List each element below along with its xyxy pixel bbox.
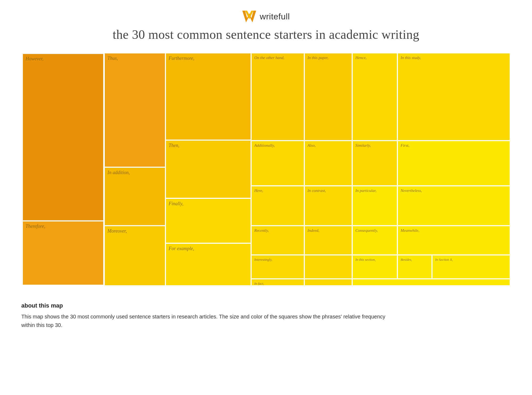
header: writefull the 30 most common sentence st… [21,11,511,42]
moreover-label: Moreover, [107,228,127,234]
cell-inthisstudy: In this study, [397,53,510,141]
inthissection-label: In this section, [355,258,376,262]
cell-infact: In fact, [251,279,304,286]
cell-then: Then, [165,140,251,198]
cell-moreover: Moreover, [104,226,165,286]
forexample-label: For example, [169,246,194,251]
right-row5: Interestingly, In this section, Besides,… [251,255,510,279]
hence-label: Hence, [355,56,367,60]
here-label: Here, [254,188,263,193]
logo-text: writefull [260,12,290,22]
about-section: about this map This map shows the 30 mos… [21,300,511,329]
cell-indeed: Indeed, [304,226,352,255]
nevertheless-label: Nevertheless, [401,188,422,193]
cell-hence: Hence, [352,53,397,141]
however-label: However, [26,56,43,62]
col-3: Furthermore, Then, Finally, For example, [165,53,251,286]
logo-row: writefull [242,11,290,22]
cell-thus: Thus, [104,53,165,167]
cell-indeed-row5 [304,255,352,279]
logo-icon [242,11,256,22]
cell-however: However, [22,53,104,221]
therefore-label: Therefore, [26,224,45,229]
additionally-label: Additionally, [254,143,275,148]
cell-inthissection: In this section, [352,255,397,279]
first-label: First, [401,143,409,148]
cell-inaddition: In addition, [104,167,165,226]
cell-row6-3 [352,279,510,286]
cell-therefore: Therefore, [22,221,104,285]
cell-similarly: Similarly, [352,141,397,186]
right-row4: Recently, Indeed, Consequently, Meanwhil… [251,226,510,255]
ontheotherhand-label: On the other hand, [254,56,284,60]
treemap: However, Therefore, Thus, In addition, M… [21,52,511,286]
interestingly-label: Interestingly, [254,258,272,262]
cell-incontrast: In contrast, [304,186,352,226]
cell-recently: Recently, [251,226,304,255]
cell-finally: Finally, [165,198,251,243]
incontrast-label: In contrast, [307,188,326,193]
cell-also: Also, [304,141,352,186]
cell-furthermore: Furthermore, [165,53,251,140]
about-title: about this map [21,302,511,309]
cell-forexample: For example, [165,243,251,286]
also-label: Also, [307,143,315,148]
cell-first: First, [397,141,510,186]
meanwhile-label: Meanwhile, [401,228,419,233]
col-right: On the other hand, In this paper, Hence,… [251,53,510,286]
cell-ontheotherhand: On the other hand, [251,53,304,141]
cell-interestingly: Interestingly, [251,255,304,279]
cell-here: Here, [251,186,304,226]
cell-row6-2 [304,279,352,286]
cell-insectionx: In Section X, [432,255,510,279]
col-2: Thus, In addition, Moreover, [104,53,165,286]
right-row3: Here, In contrast, In particular, Nevert… [251,186,510,226]
consequently-label: Consequently, [355,228,378,233]
inaddition-label: In addition, [107,170,130,175]
about-text: This map shows the 30 most commonly used… [21,312,394,329]
cell-besides: Besides, [397,255,432,279]
col-left: However, Therefore, [22,53,104,286]
inthispaper-label: In this paper, [307,56,329,60]
finally-label: Finally, [169,201,184,207]
right-row2: Additionally, Also, Similarly, First, [251,141,510,186]
right-row6: In fact, [251,279,510,286]
cell-additionally: Additionally, [251,141,304,186]
thus-label: Thus, [107,56,118,61]
then-label: Then, [169,143,180,148]
recently-label: Recently, [254,228,269,233]
main-title: the 30 most common sentence starters in … [113,27,419,42]
inparticular-label: In particular, [355,188,376,193]
indeed-label: Indeed, [307,228,319,233]
similarly-label: Similarly, [355,143,371,148]
besides-label: Besides, [401,258,412,262]
inthisstudy-label: In this study, [401,56,421,60]
cell-consequently: Consequently, [352,226,397,255]
right-row1: On the other hand, In this paper, Hence,… [251,53,510,141]
cell-inparticular: In particular, [352,186,397,226]
cell-inthispaper: In this paper, [304,53,352,141]
cell-meanwhile: Meanwhile, [397,226,510,255]
furthermore-label: Furthermore, [169,56,194,61]
infact-label: In fact, [254,281,264,286]
insectionx-label: In Section X, [435,258,453,262]
cell-nevertheless: Nevertheless, [397,186,510,226]
